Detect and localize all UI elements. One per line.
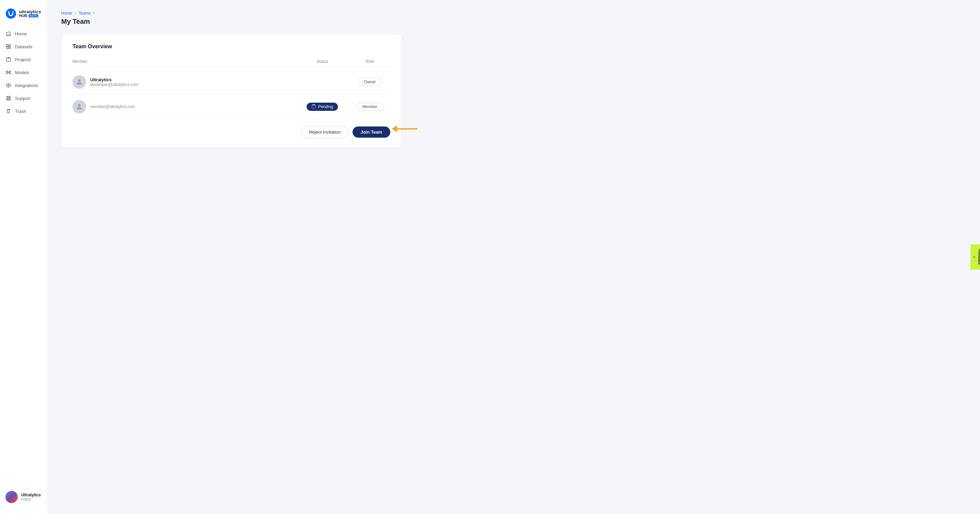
role-cell-2: Member: [350, 103, 390, 111]
status-badge-pending: Pending: [307, 103, 338, 111]
member-info-2: member@ultralytics.com: [73, 100, 295, 114]
user-profile[interactable]: Ultralytics FREE: [0, 485, 47, 509]
svg-rect-4: [9, 47, 11, 49]
sidebar-item-models[interactable]: Models: [0, 66, 47, 79]
home-icon: [5, 30, 11, 37]
svg-line-12: [9, 72, 10, 72]
join-team-button[interactable]: Join Team: [353, 127, 390, 138]
pending-label: Pending: [318, 105, 333, 109]
main-content: Home > Teams > My Team Team Overview Mem…: [48, 0, 980, 514]
sidebar-item-projects[interactable]: Projects: [0, 53, 47, 66]
projects-icon: [5, 56, 11, 63]
trash-label: Trash: [15, 109, 26, 114]
card-title: Team Overview: [73, 43, 390, 50]
member-name-1: Ultralytics: [90, 77, 138, 82]
table-row: member@ultralytics.com Pending Member: [73, 95, 390, 119]
sidebar: ultralytics HUB BETA Home Datasets: [0, 0, 48, 514]
beta-badge: BETA: [29, 14, 38, 17]
svg-line-14: [9, 73, 10, 73]
col-header-member: Member: [73, 59, 295, 64]
arrow-head-icon: [392, 125, 397, 132]
arrow-line: [397, 128, 417, 130]
person-icon-1: [75, 78, 83, 86]
svg-point-18: [8, 98, 10, 99]
team-overview-card: Team Overview Member Status Role Ultraly…: [61, 34, 401, 148]
role-cell-1: Owner: [350, 78, 390, 86]
svg-point-6: [8, 72, 9, 73]
svg-line-13: [7, 73, 8, 73]
breadcrumb-sep-2: >: [92, 11, 95, 16]
integrations-icon: [5, 82, 11, 88]
support-label: Support: [15, 96, 30, 101]
trash-icon: [5, 108, 11, 114]
breadcrumb-home[interactable]: Home: [61, 11, 72, 16]
avatar-2: [73, 100, 86, 114]
user-avatar: [5, 491, 18, 503]
breadcrumb: Home > Teams >: [61, 11, 966, 16]
svg-line-11: [7, 72, 8, 72]
sidebar-item-home[interactable]: Home: [0, 27, 47, 40]
breadcrumb-sep-1: >: [74, 11, 76, 16]
projects-label: Projects: [15, 57, 31, 62]
ultralytics-logo-icon: [5, 8, 16, 19]
member-email-2: member@ultralytics.com: [90, 105, 135, 109]
logo: ultralytics HUB BETA: [0, 5, 47, 27]
user-name: Ultralytics: [21, 493, 41, 497]
svg-point-0: [6, 8, 16, 19]
pending-spinner: [311, 105, 316, 109]
page-title: My Team: [61, 17, 966, 25]
breadcrumb-teams[interactable]: Teams: [79, 11, 91, 16]
feedback-tab[interactable]: Feedback ☺: [970, 244, 980, 270]
integrations-label: Integrations: [15, 83, 38, 88]
svg-point-24: [78, 104, 81, 107]
home-label: Home: [15, 31, 27, 36]
models-label: Models: [15, 70, 29, 75]
role-badge-owner: Owner: [358, 78, 382, 86]
sidebar-item-datasets[interactable]: Datasets: [0, 40, 47, 53]
svg-marker-15: [6, 83, 11, 87]
arrow-annotation: [392, 125, 417, 132]
svg-point-16: [8, 85, 9, 86]
member-email-1: developer@ultralytics.com: [90, 82, 138, 87]
table-row: Ultralytics developer@ultralytics.com Ow…: [73, 70, 390, 95]
sidebar-item-trash[interactable]: Trash: [0, 105, 47, 117]
member-info-1: Ultralytics developer@ultralytics.com: [73, 75, 295, 89]
hub-label: HUB: [19, 14, 27, 17]
action-row: Reject Invitation Join Team: [73, 119, 390, 138]
svg-rect-2: [9, 44, 11, 46]
support-icon: [5, 95, 11, 101]
col-header-status: Status: [295, 59, 350, 64]
svg-rect-1: [6, 44, 8, 46]
reject-invitation-button[interactable]: Reject Invitation: [301, 126, 348, 138]
status-cell-2: Pending: [295, 103, 350, 111]
sidebar-item-integrations[interactable]: Integrations: [0, 79, 47, 92]
avatar-1: [73, 75, 86, 89]
svg-rect-5: [6, 58, 11, 62]
feedback-label: Feedback: [978, 249, 980, 265]
role-badge-member: Member: [356, 103, 383, 111]
feedback-icon: ☺: [972, 255, 976, 259]
models-icon: [5, 69, 11, 76]
person-icon-2: [75, 103, 83, 111]
col-header-role: Role: [350, 59, 390, 64]
datasets-icon: [5, 43, 11, 50]
user-plan: FREE: [21, 497, 41, 501]
datasets-label: Datasets: [15, 44, 32, 49]
table-header: Member Status Role: [73, 56, 390, 67]
sidebar-item-support[interactable]: Support: [0, 92, 47, 105]
svg-rect-3: [6, 47, 8, 49]
svg-point-23: [78, 79, 81, 82]
